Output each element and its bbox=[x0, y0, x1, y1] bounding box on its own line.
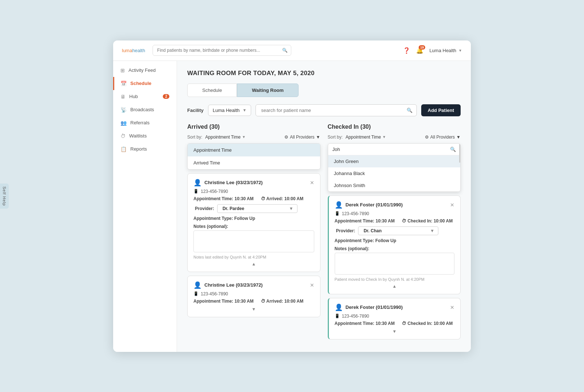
notes-textarea[interactable] bbox=[335, 253, 455, 275]
card-collapse-button[interactable]: ▲ bbox=[335, 284, 455, 289]
card-collapse-button[interactable]: ▼ bbox=[335, 329, 455, 334]
patient-provider: Provider: Dr. Chan ▼ bbox=[335, 226, 455, 235]
notes-label: Notes (optional): bbox=[335, 246, 455, 251]
sidebar-item-label: Referrals bbox=[130, 120, 150, 125]
header-actions: ❓ 🔔 19 Luma Health ▼ bbox=[403, 47, 462, 54]
self-help-tab[interactable]: Self Help bbox=[0, 183, 9, 209]
card-close-button[interactable]: ✕ bbox=[450, 304, 454, 310]
appt-time: Appointment Time: 10:30 AM bbox=[335, 321, 395, 326]
phone-number: 123-456-7890 bbox=[201, 291, 228, 296]
patient-card-header: 👤 Christine Lee (03/23/1972) ✕ bbox=[193, 179, 314, 187]
arrived-filter-button[interactable]: ⚙ All Providers ▼ bbox=[284, 135, 320, 140]
reports-icon: 📋 bbox=[120, 146, 127, 152]
patient-times: Appointment Time: 10:30 AM ⏱ Checked In:… bbox=[335, 321, 455, 326]
tab-waiting-room[interactable]: Waiting Room bbox=[237, 84, 299, 97]
notes-textarea[interactable] bbox=[193, 230, 314, 252]
notes-footer: Notes last edited by Quynh N. at 4:20PM bbox=[193, 255, 314, 259]
hub-icon: 🖥 bbox=[120, 94, 126, 100]
checked-in-sort-select[interactable]: Appointment Time ▼ bbox=[346, 135, 386, 140]
filters-bar: Facility Luma Health ▼ 🔍 Add Patient bbox=[187, 104, 461, 116]
notifications-button[interactable]: 🔔 19 bbox=[416, 47, 423, 54]
provider-selector[interactable]: Dr. Chan ▼ bbox=[358, 226, 438, 235]
facility-value: Luma Health bbox=[213, 108, 240, 113]
provider-item-johanna-black[interactable]: Johanna Black bbox=[328, 167, 461, 179]
card-collapse-button[interactable]: ▲ bbox=[193, 261, 314, 267]
help-button[interactable]: ❓ bbox=[403, 47, 410, 54]
arrived-patient-card-2: 👤 Christine Lee (03/23/1972) ✕ 📱 123-456… bbox=[187, 276, 320, 317]
appt-time: Appointment Time: 10:30 AM bbox=[193, 196, 254, 201]
provider-search-input[interactable] bbox=[333, 147, 447, 152]
appt-time: Appointment Time: 10:30 AM bbox=[193, 299, 254, 304]
sort-value: Appointment Time bbox=[205, 135, 241, 140]
search-icon: 🔍 bbox=[407, 108, 412, 113]
patient-name: Christine Lee (03/23/1972) bbox=[204, 180, 263, 185]
appt-type: Appointment Type: Follow Up bbox=[193, 216, 314, 221]
sidebar-item-broadcasts[interactable]: 📡 Broadcasts bbox=[113, 103, 177, 116]
provider-selector[interactable]: Dr. Pardee ▼ bbox=[217, 204, 297, 213]
chevron-down-icon: ▼ bbox=[242, 135, 246, 139]
phone-icon: 📱 bbox=[193, 189, 199, 194]
patient-card-header: 👤 Christine Lee (03/23/1972) ✕ bbox=[193, 281, 314, 289]
patient-provider: Provider: Dr. Pardee ▼ bbox=[193, 204, 314, 213]
arrived-time: ⏱ Arrived: 10:00 AM bbox=[261, 299, 304, 304]
appt-time: Appointment Time: 10:30 AM bbox=[335, 218, 395, 224]
facility-dropdown[interactable]: Luma Health ▼ bbox=[208, 105, 251, 116]
checked-in-time: ⏱ Checked In: 10:00 AM bbox=[402, 321, 453, 326]
phone-icon: 📱 bbox=[335, 314, 340, 318]
checked-in-header: Checked In (30) bbox=[328, 124, 461, 130]
patient-card-header: 👤 Derek Foster (01/01/1990) ✕ bbox=[335, 303, 455, 311]
broadcasts-icon: 📡 bbox=[120, 107, 127, 113]
arrived-header: Arrived (30) bbox=[187, 124, 320, 130]
sort-label: Sort by: bbox=[328, 135, 343, 140]
phone-number: 123-456-7890 bbox=[201, 189, 228, 194]
user-menu[interactable]: Luma Health ▼ bbox=[429, 48, 462, 53]
sidebar-item-waitlists[interactable]: ⏱ Waitlists bbox=[113, 129, 177, 143]
chevron-down-icon: ▼ bbox=[456, 135, 461, 140]
logo-health: health bbox=[132, 48, 145, 53]
clock-icon: ⏱ bbox=[402, 321, 406, 326]
patient-phone: 📱 123-456-7890 bbox=[193, 189, 314, 194]
sidebar-item-reports[interactable]: 📋 Reports bbox=[113, 143, 177, 156]
arrived-sort-select[interactable]: Appointment Time ▼ bbox=[205, 135, 246, 140]
sidebar-item-schedule[interactable]: 📅 Schedule bbox=[113, 77, 177, 90]
phone-number: 123-456-7890 bbox=[342, 211, 369, 216]
patient-avatar-icon: 👤 bbox=[335, 303, 343, 311]
sidebar: ⊞ Activity Feed 📅 Schedule 🖥 Hub 2 📡 Bro… bbox=[113, 61, 177, 352]
sort-option-appt-time[interactable]: Appointment Time bbox=[188, 144, 320, 156]
activity-feed-icon: ⊞ bbox=[120, 67, 125, 73]
facility-label: Facility bbox=[187, 108, 204, 113]
patient-phone: 📱 123-456-7890 bbox=[193, 291, 314, 296]
phone-number: 123-456-7890 bbox=[342, 314, 369, 319]
patient-search-input[interactable] bbox=[256, 104, 416, 116]
header-search-input[interactable] bbox=[153, 45, 291, 56]
chevron-down-icon: ▼ bbox=[316, 135, 320, 140]
tabs-container: Schedule Waiting Room bbox=[187, 84, 461, 97]
sidebar-item-referrals[interactable]: 👥 Referrals bbox=[113, 116, 177, 129]
sidebar-item-label: Reports bbox=[130, 146, 147, 152]
header-search-container: 🔍 bbox=[153, 45, 291, 56]
provider-item-johnson-smith[interactable]: Johnson Smith bbox=[328, 179, 461, 191]
patient-name: Derek Foster (01/01/1990) bbox=[346, 304, 403, 310]
page-title: WAITING ROOM FOR TODAY, MAY 5, 2020 bbox=[187, 70, 461, 77]
sidebar-item-hub[interactable]: 🖥 Hub 2 bbox=[113, 90, 177, 103]
card-collapse-button[interactable]: ▼ bbox=[193, 307, 314, 312]
card-close-button[interactable]: ✕ bbox=[310, 282, 314, 288]
schedule-icon: 📅 bbox=[120, 81, 127, 86]
arrived-column: Arrived (30) Sort by: Appointment Time ▼… bbox=[187, 124, 320, 343]
card-close-button[interactable]: ✕ bbox=[450, 202, 454, 208]
provider-item-john-green[interactable]: John Green bbox=[328, 155, 461, 167]
tab-schedule[interactable]: Schedule bbox=[187, 84, 237, 97]
logo-luma: luma bbox=[122, 48, 132, 53]
chevron-down-icon: ▼ bbox=[383, 135, 386, 139]
notes-label: Notes (optional): bbox=[193, 224, 314, 229]
add-patient-button[interactable]: Add Patient bbox=[421, 104, 461, 116]
provider-search-dropdown: 🔍 John Green Johanna Black Johnson Smith bbox=[328, 143, 461, 192]
chevron-down-icon: ▼ bbox=[243, 108, 247, 112]
chevron-down-icon: ▼ bbox=[289, 206, 293, 211]
provider-search-row: 🔍 bbox=[328, 144, 461, 155]
sidebar-item-activity-feed[interactable]: ⊞ Activity Feed bbox=[113, 64, 177, 77]
checked-in-filter-button[interactable]: ⚙ All Providers ▼ bbox=[425, 135, 461, 140]
sort-option-arrived-time[interactable]: Arrived Time bbox=[188, 156, 320, 169]
card-close-button[interactable]: ✕ bbox=[310, 180, 314, 186]
checked-in-time: ⏱ Checked In: 10:00 AM bbox=[402, 218, 453, 224]
